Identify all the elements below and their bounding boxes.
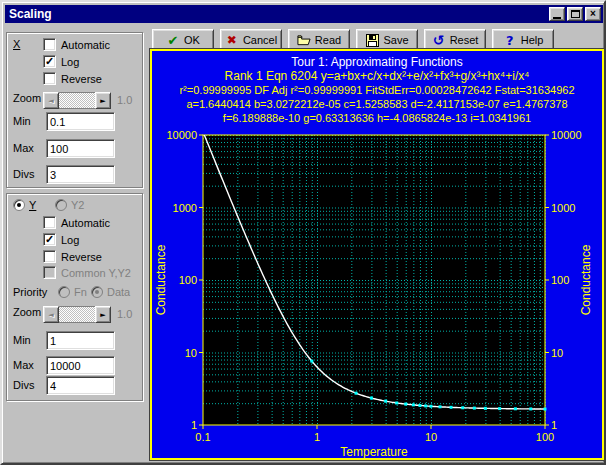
scroll-left-icon[interactable]: ◄ xyxy=(43,92,59,109)
x-max-input[interactable] xyxy=(46,139,115,158)
check-icon: ✔ xyxy=(166,33,180,47)
y-min-label: Min xyxy=(13,334,31,346)
svg-text:10000: 10000 xyxy=(551,129,582,141)
y-zoom-track[interactable] xyxy=(59,306,95,323)
y-max-input[interactable] xyxy=(46,356,115,375)
checkbox-icon[interactable]: ✓ xyxy=(43,55,56,68)
y-divs-label: Divs xyxy=(13,379,34,391)
y-divs-input[interactable] xyxy=(46,376,115,395)
x-automatic-checkbox[interactable]: Automatic xyxy=(43,38,110,51)
toolbar: ✔ OK ✖ Cancel Read Save ↺ Reset ? Help xyxy=(152,29,554,51)
y-automatic-checkbox[interactable]: Automatic xyxy=(43,216,110,229)
svg-text:1: 1 xyxy=(314,431,320,443)
y2-radio[interactable]: Y2 xyxy=(55,199,84,211)
checkbox-icon[interactable] xyxy=(43,216,56,229)
x-reverse-checkbox[interactable]: Reverse xyxy=(43,72,102,85)
help-button[interactable]: ? Help xyxy=(492,29,554,51)
x-axis-group: X Automatic ✓ Log Reverse Zoom ◄ ► 1.0 M… xyxy=(6,32,143,188)
question-mark-icon: ? xyxy=(503,33,517,47)
read-label: Read xyxy=(315,34,341,46)
y-zoom-label: Zoom xyxy=(13,306,41,318)
checkbox-icon[interactable] xyxy=(43,266,56,279)
reset-button[interactable]: ↺ Reset xyxy=(424,29,486,51)
x-zoom-label: Zoom xyxy=(13,92,41,104)
svg-text:100: 100 xyxy=(551,274,569,286)
checkbox-icon[interactable] xyxy=(43,72,56,85)
chart-coefficients-2: f=6.189888e-10 g=0.63313636 h=-4.0865824… xyxy=(152,112,602,124)
y-reverse-checkbox[interactable]: Reverse xyxy=(43,250,102,263)
ok-button[interactable]: ✔ OK xyxy=(152,29,214,51)
floppy-disk-icon xyxy=(365,33,379,47)
x-max-label: Max xyxy=(13,142,34,154)
chart-panel: Tour 1: Approximating Functions Rank 1 E… xyxy=(150,49,604,460)
maximize-button[interactable] xyxy=(567,7,583,21)
scaling-dialog: Scaling × ✔ OK ✖ Cancel Read Save xyxy=(0,0,606,465)
y-axis-label-right: Conductance xyxy=(579,244,593,315)
x-axis-label: Temperature xyxy=(340,445,408,458)
svg-text:10: 10 xyxy=(425,431,437,443)
svg-text:1: 1 xyxy=(551,419,557,431)
reset-label: Reset xyxy=(450,34,479,46)
chart-fit-stats: r²=0.99999995 DF Adj r²=0.99999991 FitSt… xyxy=(152,84,602,96)
svg-text:1000: 1000 xyxy=(173,202,197,214)
checkbox-icon[interactable] xyxy=(43,38,56,51)
svg-text:100: 100 xyxy=(179,274,197,286)
radio-icon[interactable] xyxy=(91,286,103,298)
cancel-button[interactable]: ✖ Cancel xyxy=(220,29,282,51)
ok-label: OK xyxy=(184,34,200,46)
minimize-button[interactable] xyxy=(549,7,565,21)
undo-arrow-icon: ↺ xyxy=(432,33,446,47)
priority-data-radio[interactable]: Data xyxy=(91,286,130,298)
close-button[interactable]: × xyxy=(585,7,601,21)
chart-title: Tour 1: Approximating Functions xyxy=(152,55,602,69)
svg-text:1: 1 xyxy=(191,419,197,431)
common-yy2-checkbox[interactable]: Common Y,Y2 xyxy=(43,266,131,279)
y-radio[interactable]: Y xyxy=(13,199,36,211)
read-button[interactable]: Read xyxy=(288,29,350,51)
radio-icon[interactable] xyxy=(58,286,70,298)
svg-text:1000: 1000 xyxy=(551,202,575,214)
x-zoom-track[interactable] xyxy=(59,92,95,109)
chart-coefficients-1: a=1.6440414 b=3.0272212e-05 c=1.5258583 … xyxy=(152,98,602,110)
x-log-checkbox[interactable]: ✓ Log xyxy=(43,55,79,68)
svg-text:100: 100 xyxy=(536,431,554,443)
checkbox-icon[interactable]: ✓ xyxy=(43,233,56,246)
scroll-right-icon[interactable]: ► xyxy=(95,92,111,109)
radio-icon[interactable] xyxy=(55,199,67,211)
x-min-input[interactable] xyxy=(46,112,115,131)
svg-text:10000: 10000 xyxy=(166,129,197,141)
x-zoom-value: 1.0 xyxy=(117,94,132,106)
x-divs-label: Divs xyxy=(13,168,34,180)
svg-text:10: 10 xyxy=(551,347,563,359)
save-label: Save xyxy=(383,34,408,46)
open-folder-icon xyxy=(297,33,311,47)
x-zoom-slider[interactable]: ◄ ► xyxy=(43,92,111,109)
svg-text:10: 10 xyxy=(185,347,197,359)
minimize-icon xyxy=(553,17,561,19)
svg-text:0.1: 0.1 xyxy=(195,431,210,443)
x-icon: ✖ xyxy=(225,33,239,47)
radio-icon[interactable] xyxy=(13,199,25,211)
y-zoom-slider[interactable]: ◄ ► xyxy=(43,306,111,323)
help-label: Help xyxy=(521,34,544,46)
checkbox-icon[interactable] xyxy=(43,250,56,263)
close-icon: × xyxy=(590,9,596,19)
x-section-label: X xyxy=(13,38,20,50)
x-divs-input[interactable] xyxy=(46,165,115,184)
priority-fn-radio[interactable]: Fn xyxy=(58,286,87,298)
maximize-icon xyxy=(571,10,580,18)
y-log-checkbox[interactable]: ✓ Log xyxy=(43,233,79,246)
y-min-input[interactable] xyxy=(46,331,115,350)
y-axis-label-left: Conductance xyxy=(154,244,168,315)
plot: 0.1110100111010100100100010001000010000C… xyxy=(152,127,602,458)
chart-equation: Rank 1 Eqn 6204 y=a+bx+c/x+dx²+e/x²+fx³+… xyxy=(152,69,602,83)
cancel-label: Cancel xyxy=(243,34,277,46)
scroll-right-icon[interactable]: ► xyxy=(95,306,111,323)
title-bar[interactable]: Scaling × xyxy=(5,5,603,23)
window-title: Scaling xyxy=(9,7,52,21)
scroll-left-icon[interactable]: ◄ xyxy=(43,306,59,323)
y-max-label: Max xyxy=(13,359,34,371)
save-button[interactable]: Save xyxy=(356,29,418,51)
priority-label: Priority xyxy=(13,286,47,298)
y-axis-group: Y Y2 Automatic ✓ Log Reverse Common Y,Y2… xyxy=(6,193,143,401)
